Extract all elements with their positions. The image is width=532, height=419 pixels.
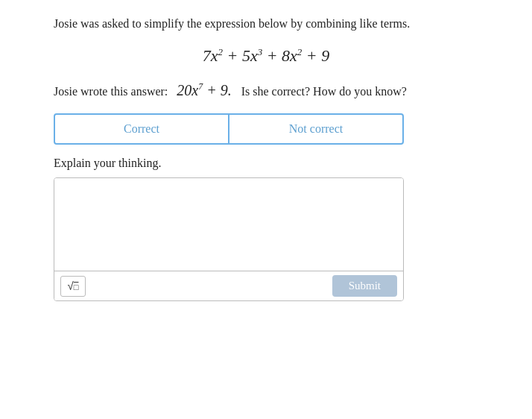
intro-text: Josie was asked to simplify the expressi…: [54, 15, 478, 33]
textarea-toolbar: √□ Submit: [54, 271, 403, 300]
josie-answer: 20x7 + 9.: [177, 82, 235, 98]
question-suffix: Is she correct? How do you know?: [241, 85, 407, 98]
explain-label: Explain your thinking.: [54, 157, 478, 170]
explain-textarea[interactable]: [54, 178, 403, 268]
sqrt-icon: √□: [68, 280, 79, 292]
math-expression: 7x2 + 5x3 + 8x2 + 9: [54, 46, 478, 66]
not-correct-button[interactable]: Not correct: [229, 113, 404, 145]
question-text: Josie wrote this answer: 20x7 + 9. Is sh…: [54, 79, 478, 101]
math-icon-button[interactable]: √□: [60, 276, 86, 297]
submit-button[interactable]: Submit: [332, 275, 397, 297]
question-prefix: Josie wrote this answer:: [54, 85, 168, 98]
explain-area-wrapper: √□ Submit: [54, 177, 404, 301]
correct-button[interactable]: Correct: [54, 113, 229, 145]
answer-button-row: Correct Not correct: [54, 113, 404, 145]
